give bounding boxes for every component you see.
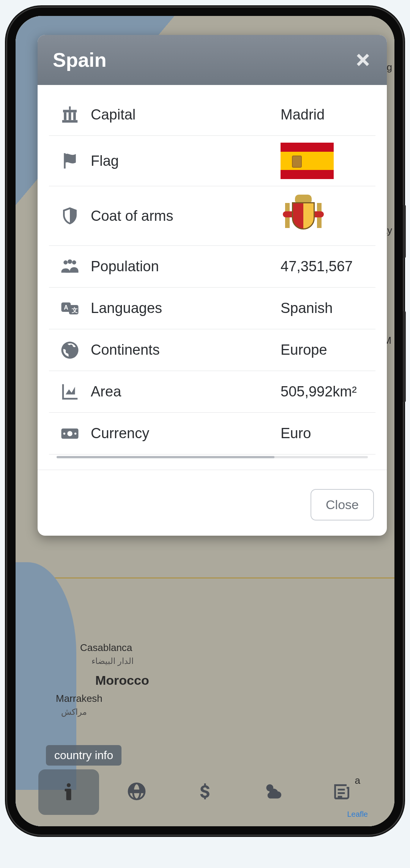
label-flag: Flag [91, 153, 281, 169]
svg-rect-5 [63, 110, 77, 112]
label-area: Area [91, 384, 281, 400]
value-continents: Europe [281, 342, 375, 358]
close-icon[interactable] [354, 51, 372, 69]
svg-rect-2 [65, 789, 68, 791]
label-continents: Continents [91, 342, 281, 358]
svg-point-18 [67, 431, 73, 436]
population-icon [49, 256, 91, 277]
value-coat [281, 193, 375, 239]
label-capital: Capital [91, 107, 281, 123]
value-population: 47,351,567 [281, 258, 375, 275]
svg-point-20 [74, 432, 76, 434]
scroll-thumb[interactable] [57, 456, 274, 458]
nav-web[interactable] [107, 769, 167, 815]
languages-icon: A文 [49, 298, 91, 319]
capital-icon [49, 105, 91, 125]
svg-rect-6 [64, 112, 66, 120]
info-icon [58, 781, 79, 804]
modal-title: Spain [53, 49, 107, 71]
nav-news[interactable] [311, 769, 372, 815]
svg-text:文: 文 [71, 307, 78, 313]
horizontal-scroll-indicator[interactable] [57, 456, 368, 458]
row-continents: Continents Europe [49, 329, 375, 371]
nav-info[interactable] [38, 769, 99, 815]
row-area: Area 505,992km² [49, 371, 375, 413]
news-icon [331, 781, 352, 804]
row-flag: Flag [49, 136, 375, 186]
value-capital: Madrid [281, 107, 375, 123]
row-languages: A文 Languages Spanish [49, 288, 375, 329]
spain-flag-image [281, 143, 334, 179]
nav-currency[interactable] [175, 769, 235, 815]
area-chart-icon [49, 382, 91, 402]
value-area: 505,992km² [281, 384, 375, 400]
nav-weather[interactable] [243, 769, 304, 815]
svg-point-11 [68, 259, 72, 264]
close-button[interactable]: Close [311, 489, 374, 520]
svg-point-12 [72, 260, 76, 264]
shield-icon [49, 206, 91, 226]
map-attribution[interactable]: Leafle [347, 810, 368, 819]
svg-rect-7 [69, 112, 71, 120]
modal-header: Spain [38, 35, 387, 85]
svg-text:A: A [64, 304, 68, 311]
row-population: Population 47,351,567 [49, 246, 375, 288]
globe-icon [126, 781, 147, 804]
value-flag [281, 143, 375, 179]
modal-footer: Close [38, 470, 387, 536]
globe-icon [49, 340, 91, 360]
nav-tooltip: country info [46, 745, 121, 766]
svg-point-10 [63, 260, 68, 264]
spain-coat-of-arms-image [281, 193, 326, 239]
modal-body: Capital Madrid Flag Coat of [38, 85, 387, 462]
svg-rect-4 [69, 106, 71, 110]
row-capital: Capital Madrid [49, 94, 375, 136]
dollar-icon [194, 781, 216, 804]
phone-side-button [403, 311, 406, 402]
country-info-modal: Spain Capital Madrid Flag [38, 35, 387, 536]
svg-point-0 [67, 783, 71, 787]
money-icon [49, 423, 91, 444]
phone-side-button [403, 205, 406, 258]
label-languages: Languages [91, 300, 281, 316]
label-population: Population [91, 258, 281, 275]
row-coat-of-arms: Coat of arms [49, 186, 375, 246]
bottom-nav [38, 769, 372, 815]
phone-frame: Casablanca الدار البيضاء Morocco Marrake… [7, 8, 403, 835]
weather-icon [263, 781, 284, 804]
label-currency: Currency [91, 425, 281, 442]
svg-rect-8 [73, 112, 76, 120]
svg-rect-9 [62, 120, 78, 123]
svg-point-19 [63, 432, 65, 434]
row-currency: Currency Euro [49, 413, 375, 454]
value-languages: Spanish [281, 300, 375, 316]
screen: Casablanca الدار البيضاء Morocco Marrake… [16, 16, 394, 826]
label-coat: Coat of arms [91, 208, 281, 224]
flag-icon [49, 151, 91, 171]
value-currency: Euro [281, 425, 375, 442]
